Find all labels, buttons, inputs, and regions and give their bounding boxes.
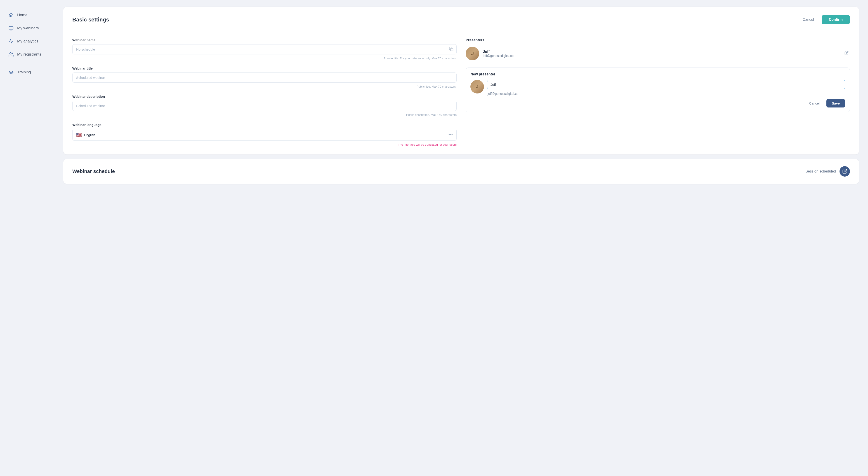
page-title: Basic settings (72, 16, 109, 23)
presenter-info: Jeff jeff@genesisdigital.co (483, 49, 839, 58)
webinar-name-hint: Private title. For your reference only. … (72, 57, 457, 60)
training-icon (8, 69, 14, 75)
new-presenter-name-input[interactable] (487, 80, 845, 89)
sidebar-item-registrants-label: My registrants (17, 52, 41, 57)
copy-icon (449, 46, 454, 52)
webinars-icon (8, 25, 14, 31)
form-layout: Webinar name Private title. For your ref… (72, 38, 850, 146)
presenter-email: jeff@genesisdigital.co (483, 54, 839, 58)
webinar-title-input[interactable] (72, 72, 457, 83)
sidebar-item-my-webinars[interactable]: My webinars (4, 22, 54, 34)
header-actions: Cancel Confirm (799, 15, 850, 24)
new-presenter-actions: Cancel Save (470, 99, 845, 107)
language-flag: 🇺🇸 (76, 132, 82, 138)
webinar-title-label: Webinar title (72, 66, 457, 70)
home-icon (8, 12, 14, 18)
new-avatar-image: J (470, 80, 484, 94)
form-right: Presenters J Jeff jeff@genesisdigital.co (466, 38, 850, 146)
analytics-icon (8, 38, 14, 44)
schedule-edit-button[interactable] (839, 166, 850, 177)
new-presenter-fields: jeff@genesisdigital.co (487, 80, 845, 96)
sidebar-item-analytics-label: My analytics (17, 39, 38, 43)
new-presenter-email: jeff@genesisdigital.co (487, 91, 845, 96)
webinar-title-hint: Public title. Max 70 characters. (72, 85, 457, 88)
webinar-title-group: Webinar title Public title. Max 70 chara… (72, 66, 457, 88)
webinar-description-hint: Public description. Max 150 characters (72, 113, 457, 116)
language-value: English (84, 133, 95, 137)
webinar-description-group: Webinar description Public description. … (72, 95, 457, 116)
session-scheduled-label: Session scheduled (806, 169, 836, 173)
webinar-language-label: Webinar language (72, 123, 457, 127)
webinar-name-label: Webinar name (72, 38, 457, 42)
webinar-name-group: Webinar name Private title. For your ref… (72, 38, 457, 60)
new-presenter-section: New presenter J jeff@genesisdigital.co C… (466, 68, 850, 112)
sidebar-item-training-label: Training (17, 70, 31, 74)
presenters-section: Presenters J Jeff jeff@genesisdigital.co (466, 38, 850, 63)
schedule-right: Session scheduled (806, 166, 850, 177)
svg-point-3 (10, 53, 11, 54)
sidebar-item-home-label: Home (17, 13, 27, 18)
webinar-name-wrapper (72, 44, 457, 55)
presenters-title: Presenters (466, 38, 850, 42)
sidebar-item-webinars-label: My webinars (17, 26, 39, 31)
form-left: Webinar name Private title. For your ref… (72, 38, 457, 146)
sidebar-item-my-registrants[interactable]: My registrants (4, 48, 54, 61)
webinar-language-group: Webinar language 🇺🇸 English ••• The inte… (72, 123, 457, 146)
new-presenter-cancel-button[interactable]: Cancel (805, 99, 824, 107)
presenter-name: Jeff (483, 49, 839, 54)
presenter-avatar: J (466, 47, 479, 60)
sidebar: Home My webinars My analytics (0, 0, 59, 476)
language-dots-icon[interactable]: ••• (448, 133, 453, 137)
webinar-description-input[interactable] (72, 101, 457, 111)
presenter-row: J Jeff jeff@genesisdigital.co (466, 44, 850, 63)
svg-rect-0 (9, 26, 13, 29)
registrants-icon (8, 52, 14, 57)
sidebar-item-home[interactable]: Home (4, 9, 54, 21)
webinar-schedule-card: Webinar schedule Session scheduled (63, 159, 859, 184)
sidebar-divider (4, 63, 54, 63)
webinar-description-label: Webinar description (72, 95, 457, 98)
avatar-image: J (466, 47, 479, 60)
confirm-button[interactable]: Confirm (822, 15, 850, 24)
cancel-button[interactable]: Cancel (799, 15, 818, 24)
webinar-language-hint: The interface will be translated for you… (72, 143, 457, 146)
webinar-name-input[interactable] (72, 44, 457, 55)
card-header: Basic settings Cancel Confirm (72, 15, 850, 30)
presenter-edit-icon[interactable] (843, 50, 850, 58)
svg-rect-4 (451, 48, 453, 51)
schedule-title: Webinar schedule (72, 168, 115, 174)
basic-settings-card: Basic settings Cancel Confirm Webinar na… (63, 7, 859, 155)
sidebar-item-training[interactable]: Training (4, 66, 54, 78)
new-presenter-form: J jeff@genesisdigital.co (470, 80, 845, 96)
main-content: Basic settings Cancel Confirm Webinar na… (59, 0, 868, 476)
webinar-language-select[interactable]: 🇺🇸 English ••• (72, 129, 457, 141)
new-presenter-avatar: J (470, 80, 484, 94)
lang-left: 🇺🇸 English (76, 132, 95, 138)
new-presenter-save-button[interactable]: Save (827, 99, 845, 107)
sidebar-item-my-analytics[interactable]: My analytics (4, 35, 54, 47)
new-presenter-title: New presenter (470, 72, 845, 76)
